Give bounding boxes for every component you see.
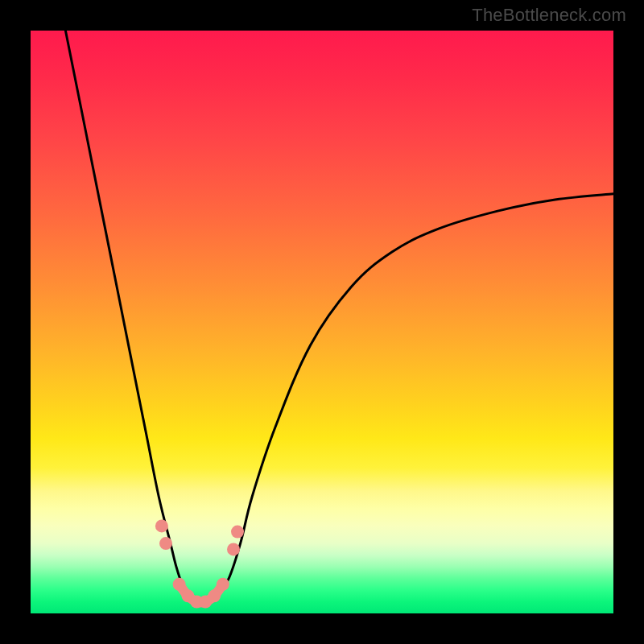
- chart-svg: [31, 31, 613, 613]
- data-marker: [159, 537, 172, 550]
- data-marker: [231, 526, 244, 539]
- data-marker: [227, 543, 240, 555]
- bottleneck-curve: [65, 31, 613, 605]
- data-marker: [155, 519, 168, 532]
- data-marker: [173, 578, 186, 591]
- data-marker: [217, 578, 229, 591]
- plot-area: [31, 31, 613, 613]
- data-marker: [208, 589, 221, 602]
- chart-frame: TheBottleneck.com: [0, 0, 644, 644]
- watermark-text: TheBottleneck.com: [472, 5, 626, 26]
